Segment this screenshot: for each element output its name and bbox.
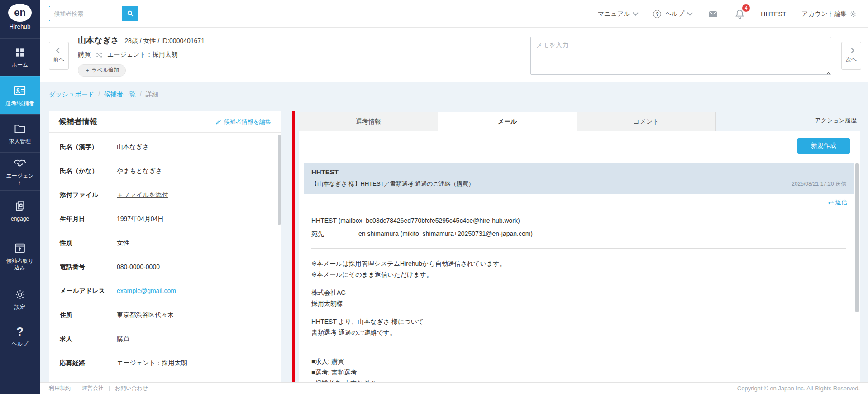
mail-item: HHTEST 【山本なぎさ 様】HHTEST／書類選考 通過のご連絡（購買） 2… — [304, 163, 854, 382]
mail-sender: HHTEST — [311, 168, 846, 176]
sidebar: en Hirehub ホーム 選考/候補者 求人管理 エージェント — [0, 0, 40, 394]
notification-badge: 4 — [742, 4, 750, 12]
envelope-icon — [707, 9, 719, 19]
mail-subject: 【山本なぎさ 様】HHTEST／書類選考 通過のご連絡（購買） — [311, 180, 474, 188]
import-icon — [14, 242, 26, 255]
mail-tab-panel: 新規作成 HHTEST 【山本なぎさ 様】HHTEST／書類選考 通過のご連絡（… — [299, 131, 860, 382]
sidebar-item-help[interactable]: ? ヘルプ — [0, 317, 40, 356]
topbar-right: マニュアル ? ヘルプ 4 HHTEST — [598, 0, 857, 28]
candidate-email-link[interactable]: example@gmail.com — [117, 287, 176, 294]
search-input[interactable] — [49, 6, 122, 21]
search-icon — [126, 10, 134, 18]
mail-to: en shimamura (mikito_shimamura+20250731@… — [358, 230, 533, 238]
hirehub-app: en Hirehub ホーム 選考/候補者 求人管理 エージェント — [0, 0, 868, 394]
sidebar-item-engage[interactable]: engage — [0, 190, 40, 231]
sidebar-item-job-management[interactable]: 求人管理 — [0, 114, 40, 152]
sidebar-item-settings[interactable]: 設定 — [0, 282, 40, 317]
mail-meta: HHTEST (mailbox_bc03dc78426ed770bfcfe529… — [304, 217, 854, 249]
tab-mail[interactable]: メール — [438, 112, 577, 131]
account-name[interactable]: HHTEST — [761, 10, 786, 18]
shuffle-icon — [95, 51, 103, 59]
mail-inbox-button[interactable] — [707, 9, 719, 19]
next-candidate-button[interactable]: 次へ — [841, 42, 861, 70]
info-row-name-kana: 氏名（かな）やまもとなぎさ — [59, 159, 271, 183]
help-menu[interactable]: ? ヘルプ — [653, 10, 692, 18]
edit-candidate-info-link[interactable]: 候補者情報を編集 — [215, 118, 271, 126]
tab-selection-info[interactable]: 選考情報 — [299, 112, 438, 131]
brand-logo[interactable]: en Hirehub — [0, 4, 40, 30]
sidebar-item-selection-candidates[interactable]: 選考/候補者 — [0, 76, 40, 114]
candidate-agent: エージェント：採用太朗 — [107, 51, 178, 59]
handshake-icon — [14, 157, 26, 169]
folder-icon — [14, 122, 26, 135]
gear-icon — [14, 288, 26, 301]
candidate-info-fields: 氏名（漢字）山本なぎさ 氏名（かな）やまもとなぎさ 添付ファイル＋ファイルを添付… — [49, 133, 281, 375]
mail-body: ※本メールは採用管理システムHirehubから自動送信されています。 ※本メール… — [304, 258, 854, 383]
chevron-right-icon — [849, 48, 854, 53]
candidate-info-title: 候補者情報 — [59, 116, 97, 127]
memo-textarea[interactable] — [530, 37, 831, 75]
question-mark-icon: ? — [16, 326, 24, 337]
info-row-phone: 電話番号080-0000-0000 — [59, 255, 271, 279]
breadcrumb: ダッシュボード候補者一覧詳細 — [49, 91, 158, 99]
topbar: マニュアル ? ヘルプ 4 HHTEST — [40, 0, 868, 28]
copyright-text: Copyright © en Japan Inc. All Rights Res… — [737, 385, 860, 392]
candidate-meta: 28歳 / 女性 / ID:0000401671 — [124, 37, 205, 45]
mail-to-label: 宛先 — [311, 230, 358, 238]
candidate-name: 山本なぎさ — [78, 35, 119, 46]
manual-menu[interactable]: マニュアル — [598, 10, 638, 18]
chevron-down-icon — [633, 10, 639, 16]
attach-file-link[interactable]: ＋ファイルを添付 — [117, 191, 168, 199]
detail-tabs: 選考情報 メール コメント — [299, 112, 716, 131]
info-row-attachments: 添付ファイル＋ファイルを添付 — [59, 183, 271, 207]
info-row-application-route: 応募経路エージェント：採用太朗 — [59, 351, 271, 375]
footer-company-link[interactable]: 運営会社 — [82, 384, 104, 392]
en-logo-icon: en — [8, 4, 32, 22]
prev-candidate-button[interactable]: 前へ — [49, 42, 69, 70]
breadcrumb-candidate-list[interactable]: 候補者一覧 — [104, 91, 136, 98]
documents-icon — [14, 200, 26, 212]
breadcrumb-separator — [140, 91, 142, 98]
new-mail-button[interactable]: 新規作成 — [797, 138, 850, 154]
sidebar-item-home[interactable]: ホーム — [0, 38, 40, 76]
mail-from: HHTEST (mailbox_bc03dc78426ed770bfcfe529… — [311, 217, 846, 224]
candidate-info-card: 候補者情報 候補者情報を編集 氏名（漢字）山本なぎさ 氏名（かな）やまもとなぎさ… — [49, 111, 281, 382]
breadcrumb-separator — [98, 91, 100, 98]
footer-terms-link[interactable]: 利用規約 — [49, 384, 71, 392]
info-row-gender: 性別女性 — [59, 231, 271, 255]
add-label-button[interactable]: ＋ ラベル追加 — [78, 64, 126, 77]
card-scrollbar-thumb[interactable] — [278, 135, 281, 225]
breadcrumb-dashboard[interactable]: ダッシュボード — [49, 91, 94, 98]
reply-button[interactable]: ↩ 返信 — [828, 198, 847, 207]
chevron-left-icon — [56, 48, 62, 53]
mail-meta-divider — [311, 248, 846, 249]
brand-name: Hirehub — [0, 23, 40, 30]
info-row-birthdate: 生年月日1997年04月04日 — [59, 207, 271, 231]
tab-comment[interactable]: コメント — [577, 112, 716, 131]
search-button[interactable] — [122, 6, 138, 21]
action-history-link[interactable]: アクション履歴 — [815, 116, 857, 125]
info-row-email: メールアドレスexample@gmail.com — [59, 279, 271, 303]
sidebar-item-agent[interactable]: エージェント — [0, 152, 40, 190]
footer-separator — [109, 386, 110, 391]
candidate-header: 前へ 山本なぎさ 28歳 / 女性 / ID:0000401671 購買 エージ… — [40, 28, 868, 82]
help-circle-icon: ? — [653, 10, 661, 18]
pencil-icon — [215, 119, 222, 125]
footer-separator — [76, 386, 76, 391]
notifications-button[interactable]: 4 — [734, 8, 745, 19]
info-row-job: 求人購買 — [59, 327, 271, 351]
mail-panel-scrollbar-thumb[interactable] — [855, 163, 859, 312]
footer-contact-link[interactable]: お問い合わせ — [115, 384, 148, 392]
gear-icon — [849, 10, 857, 18]
sidebar-item-candidate-import[interactable]: 候補者取り込み — [0, 231, 40, 282]
id-card-icon — [14, 84, 26, 97]
candidate-summary: 山本なぎさ 28歳 / 女性 / ID:0000401671 購買 エージェント… — [78, 35, 205, 77]
info-row-address: 住所東京都渋谷区代々木 — [59, 303, 271, 327]
reply-arrow-icon: ↩ — [828, 200, 834, 206]
candidate-job: 購買 — [78, 51, 91, 59]
chevron-down-icon — [687, 10, 693, 16]
breadcrumb-current: 詳細 — [146, 91, 158, 98]
account-edit-button[interactable]: アカウント編集 — [801, 10, 857, 18]
mail-item-header[interactable]: HHTEST 【山本なぎさ 様】HHTEST／書類選考 通過のご連絡（購買） 2… — [304, 163, 854, 194]
red-divider-bar — [292, 111, 295, 382]
